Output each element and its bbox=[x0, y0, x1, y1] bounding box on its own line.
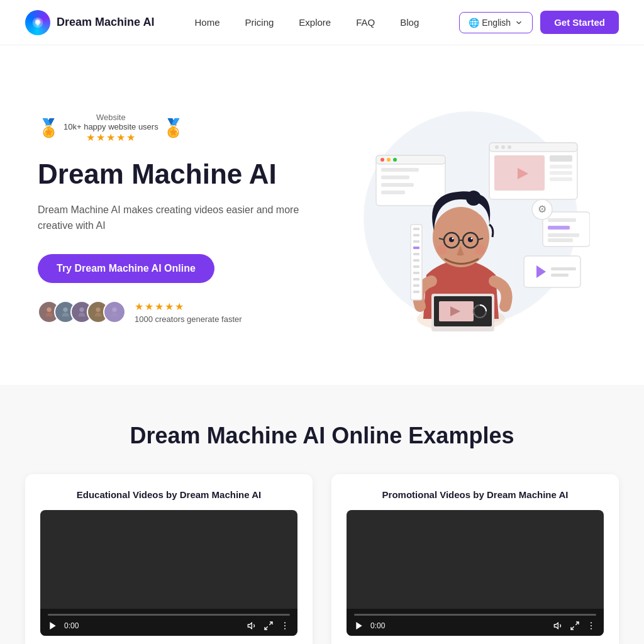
video-progress-bar-1[interactable] bbox=[48, 614, 290, 616]
svg-point-73 bbox=[284, 622, 286, 623]
more-icon-1[interactable] bbox=[280, 621, 290, 631]
svg-rect-64 bbox=[413, 265, 419, 268]
video-time-2: 0:00 bbox=[370, 621, 385, 630]
svg-rect-66 bbox=[413, 278, 419, 280]
play-icon-2[interactable] bbox=[354, 621, 364, 631]
svg-marker-69 bbox=[50, 622, 55, 630]
more-icon-2[interactable] bbox=[586, 621, 596, 631]
svg-line-78 bbox=[575, 622, 579, 625]
svg-marker-70 bbox=[248, 623, 252, 628]
video-time-1: 0:00 bbox=[64, 621, 79, 630]
proof-text: ★ ★ ★ ★ ★ 1000 creators generate faster bbox=[135, 301, 242, 324]
chevron-down-icon bbox=[514, 18, 523, 27]
video-controls-2: 0:00 bbox=[347, 609, 604, 636]
svg-point-11 bbox=[393, 158, 397, 162]
svg-rect-67 bbox=[413, 284, 419, 287]
hero-section: 🏅 Website 10k+ happy website users ★ ★ ★… bbox=[0, 45, 644, 385]
svg-rect-34 bbox=[551, 267, 576, 270]
svg-point-1 bbox=[47, 308, 51, 312]
avatar-group bbox=[38, 301, 126, 323]
examples-section: Dream Machine AI Online Examples Educati… bbox=[0, 385, 644, 644]
svg-rect-31 bbox=[548, 238, 573, 242]
svg-rect-25 bbox=[550, 171, 572, 175]
svg-rect-61 bbox=[413, 247, 419, 249]
volume-icon-1[interactable] bbox=[247, 621, 257, 631]
social-proof: ★ ★ ★ ★ ★ 1000 creators generate faster bbox=[38, 301, 322, 324]
svg-rect-30 bbox=[548, 233, 579, 237]
examples-title: Dream Machine AI Online Examples bbox=[25, 423, 619, 449]
svg-point-20 bbox=[508, 145, 511, 149]
nav-faq[interactable]: FAQ bbox=[356, 17, 375, 28]
hero-description: Dream Machine AI makes creating videos e… bbox=[38, 202, 322, 234]
nav-pricing[interactable]: Pricing bbox=[245, 17, 274, 28]
svg-point-3 bbox=[79, 308, 84, 312]
badge-text: Website 10k+ happy website users ★ ★ ★ ★… bbox=[64, 113, 158, 143]
svg-rect-62 bbox=[413, 253, 419, 255]
svg-point-56 bbox=[475, 245, 485, 255]
badge-users-label: 10k+ happy website users bbox=[64, 122, 158, 131]
hero-title: Dream Machine AI bbox=[38, 158, 322, 191]
svg-point-9 bbox=[380, 158, 384, 162]
educational-card-title: Educational Videos by Dream Machine AI bbox=[40, 489, 297, 500]
svg-line-71 bbox=[269, 622, 272, 625]
nav-home[interactable]: Home bbox=[194, 17, 219, 28]
try-cta-button[interactable]: Try Dream Machine AI Online bbox=[38, 254, 214, 283]
svg-rect-28 bbox=[548, 218, 576, 222]
hero-illustration: ⚙ bbox=[322, 86, 606, 350]
svg-point-2 bbox=[63, 308, 67, 312]
get-started-button[interactable]: Get Started bbox=[540, 11, 619, 34]
svg-point-53 bbox=[452, 238, 454, 240]
logo-link[interactable]: Dream Machine AI bbox=[25, 10, 154, 35]
video-controls-1: 0:00 bbox=[40, 609, 297, 636]
educational-video-player[interactable]: 0:00 bbox=[40, 510, 297, 636]
svg-point-54 bbox=[471, 238, 473, 240]
svg-rect-60 bbox=[413, 240, 419, 243]
svg-rect-15 bbox=[381, 191, 405, 194]
svg-rect-8 bbox=[376, 155, 445, 164]
svg-marker-77 bbox=[554, 623, 558, 628]
svg-rect-26 bbox=[550, 177, 572, 181]
badge-stars: ★ ★ ★ ★ ★ bbox=[86, 131, 135, 143]
svg-point-74 bbox=[284, 625, 286, 626]
promotional-video-player[interactable]: 0:00 bbox=[347, 510, 604, 636]
svg-point-0 bbox=[36, 20, 40, 23]
svg-point-4 bbox=[96, 308, 100, 312]
proof-count: 1000 creators generate faster bbox=[135, 314, 242, 324]
svg-point-5 bbox=[112, 308, 116, 312]
hero-content: 🏅 Website 10k+ happy website users ★ ★ ★… bbox=[38, 113, 322, 324]
fullscreen-icon-1[interactable] bbox=[264, 621, 274, 631]
play-icon-1[interactable] bbox=[48, 621, 58, 631]
svg-rect-59 bbox=[413, 234, 419, 236]
example-card-promotional: Promotional Videos by Dream Machine AI 0… bbox=[331, 474, 619, 644]
example-card-educational: Educational Videos by Dream Machine AI 0… bbox=[25, 474, 313, 644]
hero-svg-illustration: ⚙ bbox=[338, 92, 590, 344]
svg-rect-63 bbox=[413, 259, 419, 262]
nav-links: Home Pricing Explore FAQ Blog bbox=[194, 17, 419, 28]
wreath-right: 🏅 bbox=[162, 118, 184, 138]
svg-point-82 bbox=[591, 628, 592, 630]
svg-line-72 bbox=[265, 626, 268, 630]
svg-point-45 bbox=[466, 191, 481, 206]
svg-rect-32 bbox=[524, 256, 580, 287]
hero-badge: 🏅 Website 10k+ happy website users ★ ★ ★… bbox=[38, 113, 322, 143]
svg-point-19 bbox=[501, 145, 505, 149]
svg-rect-14 bbox=[381, 183, 414, 187]
promotional-card-title: Promotional Videos by Dream Machine AI bbox=[347, 489, 604, 500]
wreath-left: 🏅 bbox=[38, 118, 60, 138]
svg-text:⚙: ⚙ bbox=[538, 204, 547, 214]
logo-icon bbox=[25, 10, 50, 35]
video-controls-row-1: 0:00 bbox=[48, 621, 290, 631]
language-selector[interactable]: 🌐 English bbox=[459, 12, 533, 33]
nav-blog[interactable]: Blog bbox=[400, 17, 419, 28]
lang-label: 🌐 English bbox=[469, 18, 511, 28]
svg-point-55 bbox=[437, 245, 447, 255]
svg-point-75 bbox=[284, 628, 286, 630]
fullscreen-icon-2[interactable] bbox=[570, 621, 580, 631]
svg-point-10 bbox=[387, 158, 391, 162]
video-progress-bar-2[interactable] bbox=[354, 614, 596, 616]
svg-rect-12 bbox=[381, 168, 419, 172]
svg-rect-65 bbox=[413, 272, 419, 274]
volume-icon-2[interactable] bbox=[553, 621, 564, 631]
nav-explore[interactable]: Explore bbox=[299, 17, 331, 28]
svg-point-80 bbox=[591, 622, 592, 623]
